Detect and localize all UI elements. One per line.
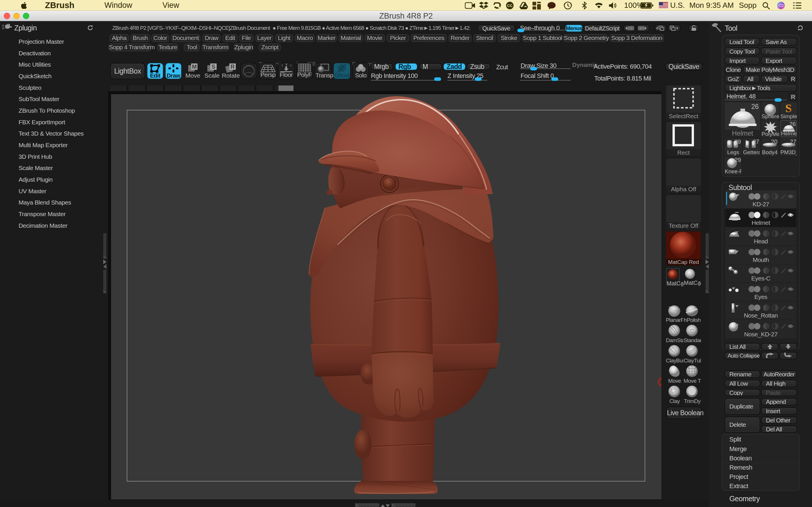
svg-text:Y: Y	[285, 63, 288, 66]
svg-text:z: z	[290, 63, 292, 67]
svg-text:x: x	[281, 63, 283, 67]
svg-text:CC: CC	[507, 3, 513, 8]
svg-text:S: S	[785, 102, 792, 114]
svg-text:R: R	[231, 63, 235, 70]
svg-text:M: M	[192, 63, 197, 70]
svg-text:S: S	[211, 63, 215, 70]
